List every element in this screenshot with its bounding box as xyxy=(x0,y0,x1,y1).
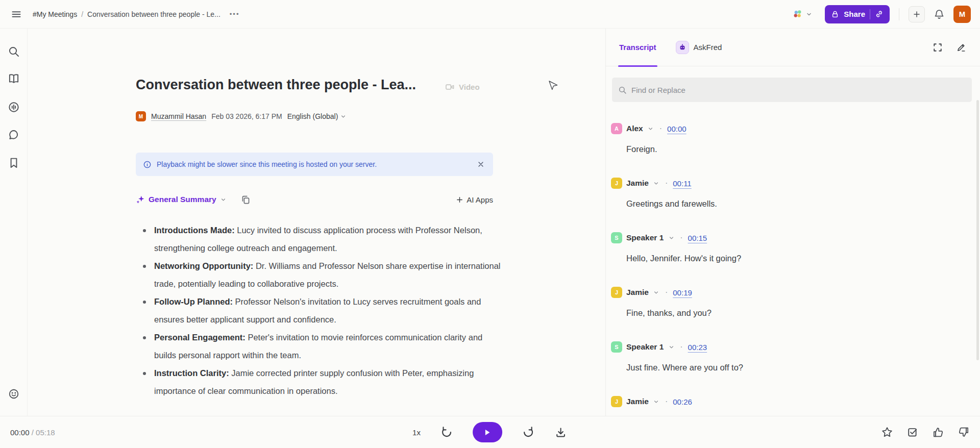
tasks-check-icon[interactable] xyxy=(906,426,919,438)
bullet-label: Follow-Up Planned: xyxy=(154,297,233,306)
meeting-title[interactable]: Conversation between three people - Lea.… xyxy=(136,77,422,93)
timestamp-link[interactable]: 00:19 xyxy=(673,288,692,297)
top-bar: #My Meetings / Conversation between thre… xyxy=(0,0,980,29)
summary-bullet[interactable]: Follow-Up Planned: Professor Nelson's in… xyxy=(139,293,502,329)
dot-separator: · xyxy=(680,342,682,352)
speaker-name[interactable]: Jamie xyxy=(626,179,649,188)
ai-apps-button[interactable]: AI Apps xyxy=(456,195,493,204)
search-icon[interactable] xyxy=(7,45,20,58)
chevron-down-icon[interactable] xyxy=(647,125,654,132)
scrollbar[interactable] xyxy=(976,100,979,360)
speaker-avatar: J xyxy=(611,178,622,189)
language-label: English (Global) xyxy=(287,112,338,120)
video-toggle[interactable]: Video xyxy=(445,82,480,92)
transcript-text[interactable]: Hello, Jennifer. How's it going? xyxy=(626,252,972,264)
integrations-menu[interactable] xyxy=(792,9,813,20)
share-button[interactable]: Share xyxy=(825,5,890,23)
tab-transcript[interactable]: Transcript xyxy=(619,29,656,66)
transcript-entry: J Jamie · 00:26 xyxy=(611,395,972,408)
timestamp-link[interactable]: 00:00 xyxy=(667,125,687,133)
breadcrumb-current[interactable]: Conversation between three people - Le..… xyxy=(87,10,220,18)
search-icon xyxy=(618,86,627,94)
speaker-name[interactable]: Speaker 1 xyxy=(626,342,664,352)
speaker-name[interactable]: Jamie xyxy=(626,288,649,297)
edit-pencil-icon[interactable] xyxy=(955,42,967,53)
dot-separator: · xyxy=(665,397,668,406)
chevron-down-icon[interactable] xyxy=(653,180,660,187)
copy-link-icon[interactable] xyxy=(875,10,884,18)
bullet-label: Personal Engagement: xyxy=(154,333,246,342)
meeting-content: Conversation between three people - Lea.… xyxy=(28,29,605,416)
playback-warning-banner: Playback might be slower since this meet… xyxy=(136,153,493,176)
summary-bullet[interactable]: Personal Engagement: Peter's invitation … xyxy=(139,329,502,364)
entry-header: S Speaker 1 · 00:23 xyxy=(611,341,972,353)
transcript-text[interactable]: Just fine. Where are you off to? xyxy=(626,361,972,374)
notifications-bell-icon[interactable] xyxy=(932,7,946,21)
summary-type-select[interactable]: General Summary xyxy=(136,195,227,204)
share-label: Share xyxy=(844,10,865,18)
current-time: 00:00 xyxy=(10,428,30,437)
summary-bullet[interactable]: Networking Opportunity: Dr. Williams and… xyxy=(139,257,502,293)
play-button[interactable] xyxy=(473,422,502,442)
timestamp-link[interactable]: 00:23 xyxy=(688,343,707,352)
video-camera-icon xyxy=(445,82,455,92)
timestamp-link[interactable]: 00:26 xyxy=(673,397,692,406)
askfred-robot-icon xyxy=(676,41,689,54)
entry-header: J Jamie · 00:11 xyxy=(611,177,972,189)
bullet-label: Networking Opportunity: xyxy=(154,261,253,270)
entry-header: J Jamie · 00:19 xyxy=(611,286,972,298)
banner-message: Playback might be slower since this meet… xyxy=(157,160,471,168)
download-icon[interactable] xyxy=(554,426,568,439)
tab-askfred[interactable]: AskFred xyxy=(676,41,722,54)
forward-icon[interactable] xyxy=(522,426,535,439)
notebook-icon[interactable] xyxy=(7,72,20,85)
speaker-name[interactable]: Speaker 1 xyxy=(626,233,664,242)
thumbs-down-icon[interactable] xyxy=(958,426,970,438)
meeting-notes-app: #My Meetings / Conversation between thre… xyxy=(0,0,980,448)
summary-bullet[interactable]: Instruction Clarity: Jamie corrected pri… xyxy=(139,364,502,400)
summary-bullet[interactable]: Introductions Made: Lucy invited to disc… xyxy=(139,221,502,257)
summary-toolbar: General Summary AI Apps xyxy=(136,193,493,206)
transcript-text[interactable]: Greetings and farewells. xyxy=(626,197,972,210)
dot-separator: · xyxy=(665,179,668,188)
feedback-smiley-icon[interactable] xyxy=(7,387,20,401)
chevron-down-icon[interactable] xyxy=(653,289,660,296)
thumbs-up-icon[interactable] xyxy=(932,426,944,438)
chevron-down-icon[interactable] xyxy=(653,398,660,405)
chevron-down-icon[interactable] xyxy=(668,343,675,351)
dot-separator: · xyxy=(659,124,662,133)
player-bar: 00:00 / 05:18 1x xyxy=(0,416,980,448)
chevron-down-icon[interactable] xyxy=(668,234,675,241)
bookmark-icon[interactable] xyxy=(7,156,20,169)
language-select[interactable]: English (Global) xyxy=(287,112,347,120)
user-avatar[interactable]: M xyxy=(953,6,971,23)
meeting-meta: M Muzammil Hasan Feb 03 2026, 6:17 PM En… xyxy=(136,111,347,121)
transcript-text[interactable]: Fine, thanks, and you? xyxy=(626,307,972,319)
add-button[interactable] xyxy=(909,6,925,22)
speaker-avatar: S xyxy=(611,232,622,243)
star-icon[interactable] xyxy=(881,426,893,438)
find-replace-input[interactable] xyxy=(631,86,966,94)
comments-icon[interactable] xyxy=(7,128,20,141)
video-label: Video xyxy=(459,83,480,91)
panel-tabs: Transcript AskFred xyxy=(606,29,980,66)
playback-speed-button[interactable]: 1x xyxy=(412,428,421,437)
feedback-actions xyxy=(881,426,970,438)
fullscreen-icon[interactable] xyxy=(932,42,943,53)
owner-avatar: M xyxy=(136,111,146,121)
speaker-name[interactable]: Jamie xyxy=(626,397,649,406)
owner-name[interactable]: Muzammil Hasan xyxy=(151,112,206,120)
transcript-entry: S Speaker 1 · 00:23 Just fine. Where are… xyxy=(611,341,972,374)
rewind-icon[interactable] xyxy=(440,426,453,439)
copy-summary-icon[interactable] xyxy=(240,193,252,206)
transcript-text[interactable]: Foreign. xyxy=(626,143,972,155)
ai-apps-label: AI Apps xyxy=(467,195,493,204)
timestamp-link[interactable]: 00:11 xyxy=(673,179,691,188)
more-options-icon[interactable]: ••• xyxy=(230,10,240,18)
speaker-name[interactable]: Alex xyxy=(626,124,643,133)
breadcrumb-my-meetings[interactable]: #My Meetings xyxy=(33,10,77,18)
hamburger-menu-icon[interactable] xyxy=(9,7,23,21)
banner-close-icon[interactable] xyxy=(476,159,486,169)
soundbites-icon[interactable] xyxy=(7,101,20,114)
timestamp-link[interactable]: 00:15 xyxy=(688,234,707,242)
